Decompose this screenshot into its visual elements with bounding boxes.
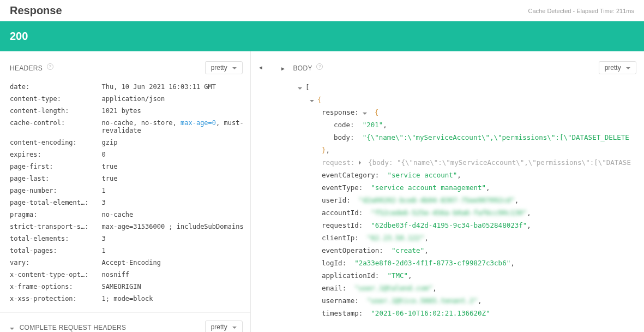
headers-panel: HEADERS ? pretty dateThu, 10 Jun 2021 16… xyxy=(0,51,251,332)
json-key: request: xyxy=(322,158,354,167)
json-value: "TMC" xyxy=(387,271,408,280)
json-key: logId: xyxy=(322,259,346,267)
table-row: pragmano-cache xyxy=(0,209,250,221)
complete-request-headers-row[interactable]: COMPLETE REQUEST HEADERS pretty xyxy=(0,312,250,332)
json-key: username: xyxy=(322,297,359,305)
json-value: "62.23.50.122" xyxy=(367,234,424,242)
max-age-link[interactable]: max-age=0 xyxy=(180,119,216,127)
body-format-value: pretty xyxy=(605,64,621,72)
table-row: total-pages1 xyxy=(0,245,250,257)
body-panel: ► BODY ? pretty [ { response: { code: "2… xyxy=(270,51,644,332)
table-row: content-length1021 bytes xyxy=(0,105,250,117)
json-key: email: xyxy=(322,284,346,292)
complete-format-select[interactable]: pretty xyxy=(205,321,243,332)
json-value: "user.1@tico.5665.tenant.2" xyxy=(367,297,478,305)
status-code-bar: 200 xyxy=(0,21,644,51)
page-title: Response xyxy=(10,4,62,17)
elapsed-meta: Cache Detected - Elapsed Time: 211ms xyxy=(528,8,634,14)
json-collapsed: {body: "{\"name\":\"myServiceAccount\",\… xyxy=(368,158,631,167)
chevron-down-icon xyxy=(232,67,237,69)
body-label: BODY xyxy=(293,64,312,72)
tree-toggle-icon[interactable] xyxy=(359,161,361,165)
chevron-down-icon xyxy=(232,327,237,329)
json-key: applicationId: xyxy=(322,271,379,280)
json-value: "2a33e8f0-2d03-4f1f-8773-cf99827c3cb6" xyxy=(354,259,510,267)
table-row: x-frame-optionsSAMEORIGIN xyxy=(0,281,250,293)
complete-format-value: pretty xyxy=(211,323,227,331)
json-value: "d2a00202-bce8-4b04-8307-75ee907092cd" xyxy=(359,196,515,204)
json-value: "service account management" xyxy=(371,183,486,192)
help-icon[interactable]: ? xyxy=(47,63,53,70)
json-key: eventOperation: xyxy=(322,246,383,254)
table-row: varyAccept-Encoding xyxy=(0,257,250,269)
json-value: "f52cede6-525e-456a-b0a6-faf6cc90c130" xyxy=(371,209,527,217)
json-key: accountId: xyxy=(322,209,363,217)
json-value: "{\"name\":\"myServiceAccount\",\"permis… xyxy=(363,133,629,141)
json-value: "create" xyxy=(392,246,424,254)
json-value: "user.1@talend.com" xyxy=(354,284,432,292)
table-row: expires0 xyxy=(0,149,250,161)
headers-format-select[interactable]: pretty xyxy=(205,61,243,74)
table-row: page-number1 xyxy=(0,185,250,197)
tree-toggle-icon[interactable] xyxy=(363,112,367,115)
json-key: timestamp: xyxy=(322,309,363,317)
json-key: code: xyxy=(334,121,354,129)
body-format-select[interactable]: pretty xyxy=(599,61,636,74)
json-key: body: xyxy=(334,133,354,141)
table-row: page-firsttrue xyxy=(0,161,250,173)
table-row: dateThu, 10 Jun 2021 16:03:11 GMT xyxy=(0,81,250,93)
table-row: strict-transport-s…max-age=31536000 ; in… xyxy=(0,221,250,233)
json-key: eventCategory: xyxy=(322,171,379,179)
response-header-bar: Response Cache Detected - Elapsed Time: … xyxy=(0,0,644,21)
collapse-left-icon[interactable]: ◄ xyxy=(258,64,263,70)
json-key: userId: xyxy=(322,196,351,204)
help-icon[interactable]: ? xyxy=(316,63,323,70)
table-row: page-lasttrue xyxy=(0,173,250,185)
tree-toggle-icon[interactable] xyxy=(310,100,314,102)
table-row: content-encodinggzip xyxy=(0,137,250,149)
json-key: eventType: xyxy=(322,183,363,192)
headers-label: HEADERS xyxy=(10,64,43,72)
tree-toggle-icon[interactable] xyxy=(298,87,302,90)
json-key: clientIp: xyxy=(322,234,359,242)
panel-divider[interactable]: ◄ xyxy=(251,51,270,332)
headers-table: dateThu, 10 Jun 2021 16:03:11 GMT conten… xyxy=(0,81,250,305)
table-row: x-xss-protection1; mode=block xyxy=(0,293,250,305)
json-key: requestId: xyxy=(322,221,363,229)
json-value: "62dbe03f-d42d-4195-9c34-ba052848023f" xyxy=(371,221,527,229)
table-row: page-total-element…3 xyxy=(0,197,250,209)
json-value: "201" xyxy=(363,121,383,129)
json-value: "service account" xyxy=(387,171,457,179)
headers-format-value: pretty xyxy=(211,64,227,72)
expand-right-icon[interactable]: ► xyxy=(280,66,286,72)
table-row: cache-controlno-cache, no-store, max-age… xyxy=(0,117,250,137)
json-key: response: xyxy=(322,108,359,116)
table-row: total-elements3 xyxy=(0,233,250,245)
chevron-down-icon xyxy=(626,67,630,69)
json-tree: [ { response: { code: "201", body: "{\"n… xyxy=(270,81,644,319)
json-value: "2021-06-10T16:02:21.136620Z" xyxy=(371,309,490,317)
table-row: x-content-type-opt…nosniff xyxy=(0,269,250,281)
table-row: content-typeapplication/json xyxy=(0,93,250,105)
complete-headers-label: COMPLETE REQUEST HEADERS xyxy=(20,324,127,331)
chevron-down-icon xyxy=(10,328,14,330)
